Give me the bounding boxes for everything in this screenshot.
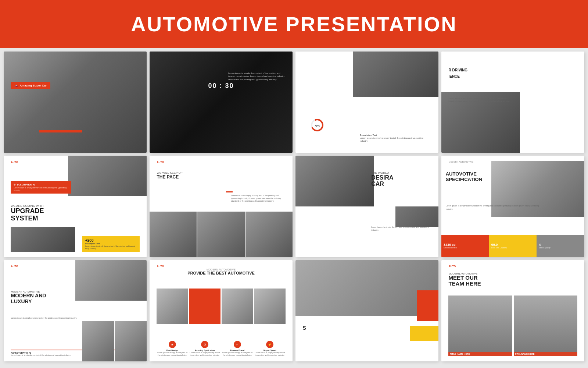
stat-val-8-2: 90.0 <box>491 243 535 247</box>
body-text-4: Lorem ipsum is simply dummy text of the … <box>448 97 513 103</box>
car-cell-6-1 <box>150 212 197 257</box>
team-grid-12: TITLE NAME HERE STYL NAME HERE <box>448 296 577 356</box>
desc-label-5: ⚙ DESCRIPTION #1 <box>14 183 68 186</box>
bottom-images-9 <box>82 321 147 361</box>
member-name-12-2: STYL NAME HERE <box>514 352 577 356</box>
svg-text:75%: 75% <box>315 124 320 127</box>
logo-6: AUTO <box>157 161 164 163</box>
ccar-10-4 <box>254 289 285 324</box>
red-accent-11 <box>417 290 438 321</box>
ccar-10-1 <box>157 289 188 324</box>
title-12: MEET OURTEAM HERE <box>448 275 481 287</box>
team-member-12-1: TITLE NAME HERE <box>448 296 512 356</box>
ccar-10-2 <box>189 289 220 324</box>
slides-grid: 🚗 Amazing Super Car 00 : 30 Lorem ipsum … <box>0 48 588 368</box>
slide-8[interactable]: Modern Automotive AUTOVOTIVESPECIFICATIO… <box>441 156 584 257</box>
car-cell-6-2 <box>197 212 244 257</box>
badge-1: 🚗 Amazing Super Car <box>11 82 50 89</box>
gear-icon-5: ⚙ <box>14 183 15 186</box>
feat-item-10-2: ⚙ Amazing Spefication Lorem ipsum is sim… <box>189 341 220 356</box>
feat-item-10-1: ★ Best Design Lorem ipsum is simply dumm… <box>157 341 188 356</box>
slide-10[interactable]: AUTO Modern Automotive PROVIDE THE BEST … <box>150 260 293 361</box>
feat-item-10-4: ⚡ Higest Speed Lorem ipsum is simply dum… <box>254 341 286 356</box>
bottom-image-5 <box>11 227 75 252</box>
title-8: AUTOVOTIVESPECIFICATION <box>446 171 482 183</box>
main-title-5: WE ARE COMING WITH UPGRADESYSTEM <box>11 204 44 222</box>
stat-label-8-2: Fuel Tank Capacity <box>491 247 535 249</box>
title-area-9: Modern Automotive MODERN ANDLUXURY <box>11 290 46 304</box>
slide-1[interactable]: 🚗 Amazing Super Car <box>4 52 147 153</box>
slide-9[interactable]: AUTO Modern Automotive MODERN ANDLUXURY … <box>4 260 147 361</box>
desc-title-3: Description Text <box>360 134 377 136</box>
title-9: MODERN ANDLUXURY <box>11 293 46 304</box>
logo-10: AUTO <box>157 265 164 268</box>
desc-body-3: Lorem ipsum is simply dummy text of the … <box>360 137 431 143</box>
member-name-12-1: TITLE NAME HERE <box>448 352 512 356</box>
ccar-10-3 <box>222 289 253 324</box>
car-grid-6 <box>150 212 293 257</box>
body-text-6: Lorem ipsum is simply dummy text of the … <box>231 194 288 203</box>
right-title-7: THE WORLD DESIRACAR <box>371 171 431 187</box>
stat-val-8-3: 4 <box>539 243 582 247</box>
top-image-3 <box>353 52 438 97</box>
title-10: PROVIDE THE BEST AUTOMOTIVE <box>187 271 255 275</box>
desc-text-3: Description Text Lorem ipsum is simply d… <box>360 134 431 143</box>
slide-7[interactable]: AUTO THE WORLD DESIRACAR Lorem ipsum is … <box>295 156 438 257</box>
title-block-11: S <box>302 325 306 331</box>
page-header: AUTOMOTIVE PRESENTATION <box>0 0 588 48</box>
yellow-block-5: +200 Description Here Lorem ipsum is sim… <box>82 236 140 252</box>
red-accent-7 <box>395 206 438 227</box>
feat-icon-10-3: ✓ <box>234 341 241 348</box>
car-showcase-10 <box>157 289 285 324</box>
title-11: S <box>302 325 306 331</box>
slide-6[interactable]: AUTO WE WILL KEEP UP THE PACE Lorem ipsu… <box>150 156 293 257</box>
feat-text-10-1: Lorem ipsum is simply dummy text of the … <box>157 351 188 356</box>
slide-4-main: IENCE <box>448 74 460 78</box>
car-image-5 <box>68 156 147 196</box>
logo-12: AUTO <box>448 265 456 268</box>
subtitle-6: WE WILL KEEP UP <box>157 171 182 174</box>
slide-4-subtitle: R DRIVING <box>448 68 467 72</box>
stat-cell-8-1: 3436 cc Description Here <box>441 235 489 257</box>
feat-text-10-3: Lorem ipsum is simply dummy text of the … <box>222 351 253 356</box>
stat-cell-8-3: 4 Seat Capacity <box>537 235 584 257</box>
slide-5[interactable]: AUTO ⚙ DESCRIPTION #1 Lorem ipsum is sim… <box>4 156 147 257</box>
logo-9: AUTO <box>11 265 18 268</box>
upgrade-text: UPGRADESYSTEM <box>11 208 44 222</box>
slide-11[interactable]: S <box>295 260 438 361</box>
number-5: +200 <box>85 238 137 243</box>
stat-label-8-3: Seat Capacity <box>539 247 582 249</box>
number-label-5: Description Here Lorem ipsum is simply d… <box>85 243 137 250</box>
main-title-6: WE WILL KEEP UP THE PACE <box>157 171 182 180</box>
slide-3[interactable]: 75% Description Text Lorem ipsum is simp… <box>295 52 438 153</box>
label-8: Modern Automotive <box>448 161 473 163</box>
logo-5: AUTO <box>11 161 18 163</box>
title-center-10: Modern Automotive PROVIDE THE BEST AUTOM… <box>187 268 255 275</box>
features-row-10: ★ Best Design Lorem ipsum is simply dumm… <box>157 341 285 356</box>
title-block-4: R DRIVING IENCE <box>448 67 467 79</box>
red-line-6 <box>226 191 233 192</box>
page-title: AUTOMOTIVE PRESENTATION <box>131 12 457 36</box>
bimg-9-2 <box>115 321 147 361</box>
top-image-9 <box>75 260 147 301</box>
car-image-1 <box>4 52 147 153</box>
stat-label-8-1: Description Here <box>444 247 487 249</box>
car-cell-6-3 <box>245 212 293 257</box>
slide-2[interactable]: 00 : 30 Lorem ipsum is simply dummy text… <box>150 52 293 153</box>
slide-4[interactable]: R DRIVING IENCE Lorem ipsum is simply du… <box>441 52 584 153</box>
slide-4-title: R DRIVING IENCE <box>448 67 467 79</box>
feat-icon-10-1: ★ <box>169 341 176 348</box>
red-block-5: ⚙ DESCRIPTION #1 Lorem ipsum is simply d… <box>11 181 71 194</box>
stat-val-8-1: 3436 cc <box>444 243 487 247</box>
feat-text-10-2: Lorem ipsum is simply dummy text of the … <box>189 351 220 356</box>
subtitle-10: Modern Automotive <box>187 268 255 271</box>
slide-12[interactable]: AUTO Modern Automotive MEET OURTEAM HERE… <box>441 260 584 361</box>
countdown-timer: 00 : 30 <box>208 82 234 90</box>
feat-icon-10-2: ⚙ <box>201 341 208 348</box>
feat-icon-10-4: ⚡ <box>266 341 273 348</box>
title-6: THE PACE <box>157 174 182 180</box>
progress-circle: 75% <box>310 118 325 132</box>
bimg-9-1 <box>82 321 114 361</box>
dark-background <box>150 52 293 153</box>
title-area-12: Modern Automotive MEET OURTEAM HERE <box>448 272 481 287</box>
